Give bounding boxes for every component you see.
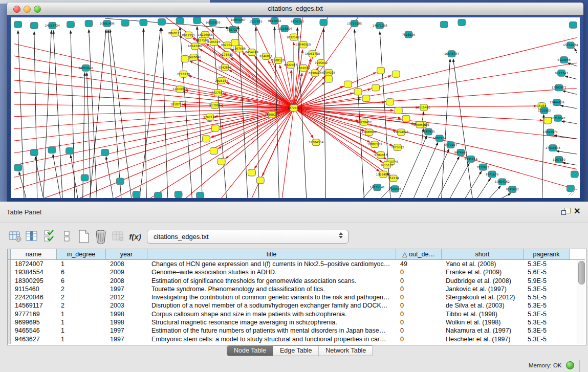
function-builder-icon[interactable]: f(x) [127,229,143,244]
graph-node[interactable] [386,99,394,105]
network-table-selector[interactable]: citations_edges.txt [147,230,349,244]
table-cell[interactable]: Genome–wide association studies in ADHD. [147,268,396,276]
graph-node[interactable] [248,169,256,176]
graph-node[interactable]: 24055724 [45,22,60,29]
table-cell[interactable]: 1997 [106,326,147,335]
vertical-scrollbar[interactable] [577,260,585,344]
graph-node[interactable] [101,149,109,156]
table-cell[interactable]: 9463627 [11,335,57,343]
graph-node[interactable]: 1640935 [422,128,435,135]
graph-node[interactable]: 2367608 [233,46,246,52]
graph-node[interactable]: 8813054 [268,17,281,24]
table-cell[interactable]: 1997 [106,285,147,293]
column-header-name[interactable]: name [11,249,57,260]
graph-node[interactable]: 2718120 [177,71,190,77]
table-cell[interactable]: 0 [396,310,442,318]
table-cell[interactable]: Stergiakouli et al. (2012) [442,293,524,301]
table-cell[interactable]: Franke et al. (2009) [442,268,524,276]
float-panel-icon[interactable] [561,208,570,216]
table-cell[interactable]: Corpus callosum shape and size in male p… [147,310,396,318]
table-cell[interactable]: 5.3E-5 [524,335,570,343]
graph-node[interactable]: 6479197 [444,142,458,148]
table-cell[interactable]: 9699695 [11,318,57,326]
table-row[interactable]: 911546021997Tourette syndrome. Phenomeno… [11,285,578,293]
graph-node[interactable]: 7832621 [476,164,490,170]
table-cell[interactable]: Nakamura et al. (1997) [442,326,524,335]
table-cell[interactable]: Structural magnetic resonance image aver… [147,318,396,326]
graph-node[interactable] [203,136,210,142]
table-cell[interactable]: 0 [396,335,442,343]
column-header-out_de[interactable]: △ out_de… [396,249,442,260]
network-canvas[interactable]: 2405572420691406160338097857224106532871… [11,17,580,198]
table-cell[interactable]: Embryonic stem cells: a model to study s… [147,335,396,343]
graph-node[interactable] [440,21,448,28]
table-cell[interactable]: 0 [396,268,442,276]
graph-node[interactable] [362,95,370,102]
table-cell[interactable]: 0 [396,326,442,335]
table-cell[interactable]: 6 [57,268,106,276]
graph-node[interactable]: 8471676 [486,171,499,178]
table-cell[interactable]: 2 [57,293,106,301]
graph-node[interactable] [354,89,362,95]
graph-node[interactable] [197,192,204,198]
table-row[interactable]: 969969511998Structural magnetic resonanc… [11,318,578,326]
memory-status-indicator[interactable] [566,361,574,369]
table-row[interactable]: 1830029562008Estimation of significance … [11,277,578,285]
graph-node[interactable] [121,19,129,26]
table-cell[interactable]: 2008 [106,260,147,268]
column-header-short[interactable]: short [442,249,524,260]
graph-node[interactable] [133,191,140,198]
window-titlebar[interactable]: citations_edges.txt [7,3,583,15]
table-cell[interactable]: 2009 [106,268,147,276]
import-table-icon[interactable] [111,229,126,244]
graph-node[interactable] [458,19,466,26]
graph-node[interactable]: 12213383 [172,86,187,93]
graph-node[interactable] [211,125,219,132]
table-cell[interactable]: 1 [57,260,106,268]
graph-node[interactable] [402,115,410,122]
graph-node[interactable]: 2935114 [464,156,477,162]
graph-node[interactable] [66,148,74,155]
table-cell[interactable]: 5.3E-5 [524,301,570,310]
graph-node[interactable] [30,22,38,29]
table-cell[interactable]: 1 [57,326,106,335]
graph-node[interactable]: 9245652 [506,186,519,193]
graph-node[interactable]: 20691406 [100,20,115,27]
graph-node[interactable] [85,20,93,27]
graph-node[interactable]: 16033809 [205,19,220,26]
table-row[interactable]: 946554611997Estimation of the future num… [11,326,578,335]
table-settings-icon[interactable] [8,229,23,244]
graph-node[interactable]: 10719185 [347,20,362,27]
graph-node[interactable]: 8427552 [211,90,225,96]
graph-node[interactable] [395,107,402,114]
graph-node[interactable] [256,177,264,184]
graph-node[interactable] [116,178,124,185]
graph-node[interactable] [14,21,22,28]
graph-node[interactable] [176,17,184,24]
graph-node[interactable]: 1527602 [249,18,263,25]
table-row[interactable]: 946362711997Embryonic stem cells: a mode… [11,335,578,343]
graph-node[interactable]: 1733426 [388,186,402,192]
graph-node[interactable] [320,19,328,26]
table-cell[interactable]: 1997 [106,335,147,343]
graph-node[interactable]: 16210643 [551,115,565,121]
graph-node[interactable]: 16961758 [305,51,320,57]
table-cell[interactable]: 1998 [106,318,147,326]
table-cell[interactable]: 6 [57,277,106,285]
table-row[interactable]: 1872400712008Changes of HCN gene express… [11,260,578,268]
table-cell[interactable]: Disruption of a novel member of a sodium… [147,301,396,310]
graph-node[interactable]: 15751074 [563,42,578,49]
table-cell[interactable]: Yano et al. (2008) [442,260,524,268]
graph-node[interactable]: 18325419 [286,34,301,40]
graph-node[interactable]: 7955812 [315,60,328,67]
graph-node[interactable]: 10653287 [231,17,246,23]
table-cell[interactable]: 5.3E-5 [524,318,570,326]
graph-node[interactable] [140,19,147,26]
graph-node[interactable]: 1588520 [272,57,285,64]
table-cell[interactable]: 5.5E-5 [524,293,570,301]
graph-node[interactable] [231,39,239,46]
table-cell[interactable]: Wolkin et al. (1998) [442,318,524,326]
graph-node[interactable]: 8860122 [168,30,182,36]
table-cell[interactable]: Dudbridge et al. (2008) [442,277,524,285]
graph-node[interactable]: 9129946 [557,57,571,63]
